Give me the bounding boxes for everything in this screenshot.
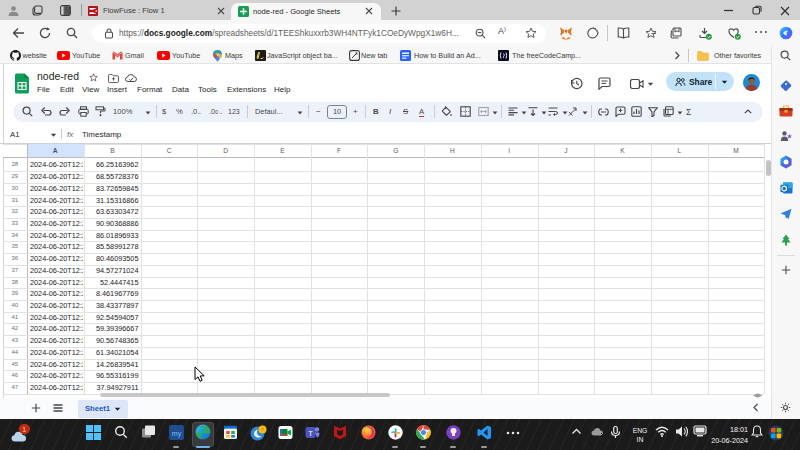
svg-text:my: my — [172, 430, 182, 438]
svg-text:T: T — [308, 429, 313, 438]
